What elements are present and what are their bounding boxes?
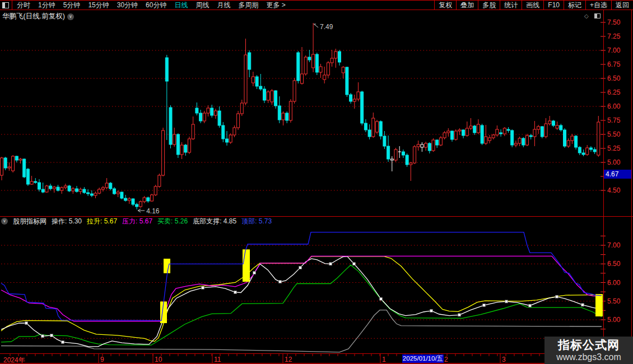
chart-title-bar: 华鹏飞(日线.前复权) ∨ (2, 12, 74, 21)
candle-body (342, 67, 345, 73)
candle-body (15, 156, 18, 160)
candle-body (289, 101, 292, 120)
candle-body (98, 189, 101, 193)
candle-body (315, 54, 318, 72)
candle-body (120, 192, 123, 198)
panel-y-label: 7.00 (607, 241, 631, 249)
candle-body (267, 92, 269, 100)
candle-body (304, 57, 307, 74)
candle-body (109, 183, 112, 189)
panel-y-label: 5.00 (607, 316, 631, 324)
tool-button-F10[interactable]: F10 (543, 1, 564, 10)
indicator-field-顶部: 顶部: 5.73 (241, 217, 272, 226)
candle-body (417, 144, 420, 147)
candle-body (353, 99, 356, 101)
panel-y-label: 5.50 (607, 297, 631, 305)
period-tab-日线[interactable]: 日线 (174, 1, 188, 10)
candle-body (218, 111, 221, 125)
candle-body (244, 55, 247, 103)
candle-body (64, 186, 67, 188)
line-marker (380, 297, 383, 300)
tool-button-返回[interactable]: 返回 (611, 1, 633, 10)
period-tab-5分钟[interactable]: 5分钟 (63, 1, 81, 10)
main-y-label: 5.75 (607, 116, 631, 124)
month-label-1: 1 (382, 356, 386, 363)
period-tab-15分钟[interactable]: 15分钟 (88, 1, 109, 10)
main-y-label: 5.00 (607, 158, 631, 166)
candle-body (173, 134, 176, 144)
year-label: 2024年 (3, 356, 25, 364)
candle-body (439, 138, 442, 145)
line-marker (253, 272, 256, 274)
main-y-label: 6.25 (607, 88, 631, 96)
indicator-collapse-icon[interactable]: ∨ (1, 218, 8, 225)
candle-body (79, 189, 82, 192)
candle-body (477, 124, 480, 133)
candle-body (443, 133, 446, 138)
candle-body (259, 86, 262, 89)
indicator-header: ∨ 股朋指标网 操作: 5.30拉升: 5.67压力: 5.67买卖: 5.26… (1, 217, 272, 225)
candle-body (38, 183, 41, 189)
selected-date-badge[interactable]: 2025/01/10/五 (402, 354, 444, 363)
candle-body (451, 131, 454, 139)
candle-body (252, 77, 254, 83)
candle-body (552, 121, 555, 125)
period-tab-月线[interactable]: 月线 (217, 1, 230, 10)
candle-body (101, 188, 104, 189)
tool-button-叠加[interactable]: 叠加 (456, 1, 478, 10)
candle-body (481, 125, 483, 143)
period-tab-分时[interactable]: 分时 (17, 1, 30, 10)
candle-body (207, 108, 210, 113)
period-tab-多周期[interactable]: 多周期 (238, 1, 258, 10)
candle-body (188, 139, 191, 152)
period-tab-30分钟[interactable]: 30分钟 (117, 1, 138, 10)
diamond-icon[interactable]: ◇ (584, 13, 589, 19)
candle-body (293, 81, 296, 101)
candle-body (368, 130, 371, 137)
period-tab-1分钟[interactable]: 1分钟 (38, 1, 55, 10)
period-tab-60分钟[interactable]: 60分钟 (146, 1, 166, 10)
layout-icon[interactable] (594, 13, 601, 18)
candle-body (255, 77, 258, 86)
tool-button-复权[interactable]: 复权 (434, 1, 456, 10)
main-y-label: 4.50 (607, 186, 631, 194)
period-tab-更多 >[interactable]: 更多 > (266, 1, 285, 10)
candle-body (582, 153, 585, 155)
toolbar-right: 复权叠加多股统计画线F10标记+自选返回 (434, 1, 633, 10)
indicator-fields: 操作: 5.30拉升: 5.67压力: 5.67买卖: 5.26底部支撑: 4.… (52, 217, 272, 226)
line-marker (62, 340, 64, 343)
candle-body (469, 126, 472, 128)
candle-body (90, 194, 93, 195)
tool-button-多股[interactable]: 多股 (478, 1, 500, 10)
candle-body (30, 181, 33, 184)
candle-body (60, 188, 63, 190)
high-annotation: 7.49 (320, 23, 333, 31)
candle-body (286, 113, 288, 120)
candle-body (169, 108, 172, 144)
month-label-11: 11 (214, 356, 221, 363)
chevron-down-circle-icon[interactable]: ∨ (67, 13, 74, 20)
candle-body (136, 204, 138, 207)
panel-y-label: 6.00 (607, 279, 631, 287)
layout-split-icon[interactable] (2, 2, 9, 8)
candle-body (180, 145, 183, 155)
period-tab-周线[interactable]: 周线 (196, 1, 209, 10)
candle-body (248, 53, 251, 69)
candle-body (4, 158, 7, 168)
app-window: 7.494.16 分时1分钟5分钟15分钟30分钟60分钟日线周线月线多周期更多… (0, 0, 633, 364)
tool-button-画线[interactable]: 画线 (522, 1, 543, 10)
candle-body (571, 136, 574, 141)
candle-body (390, 159, 393, 160)
candle-body (297, 53, 300, 81)
indicator-field-底部支撑: 底部支撑: 4.85 (193, 217, 236, 226)
candle-body (447, 131, 450, 133)
indicator-source: 股朋指标网 (13, 217, 46, 226)
main-y-label: 5.25 (607, 144, 631, 152)
candle-body (196, 108, 198, 113)
candle-body (1, 158, 3, 175)
tool-button-标记[interactable]: 标记 (564, 1, 585, 10)
tool-button-统计[interactable]: 统计 (500, 1, 522, 10)
tool-button-+自选[interactable]: +自选 (585, 1, 611, 10)
chart-canvas[interactable]: 7.494.16 (0, 0, 633, 364)
candle-body (526, 136, 529, 145)
